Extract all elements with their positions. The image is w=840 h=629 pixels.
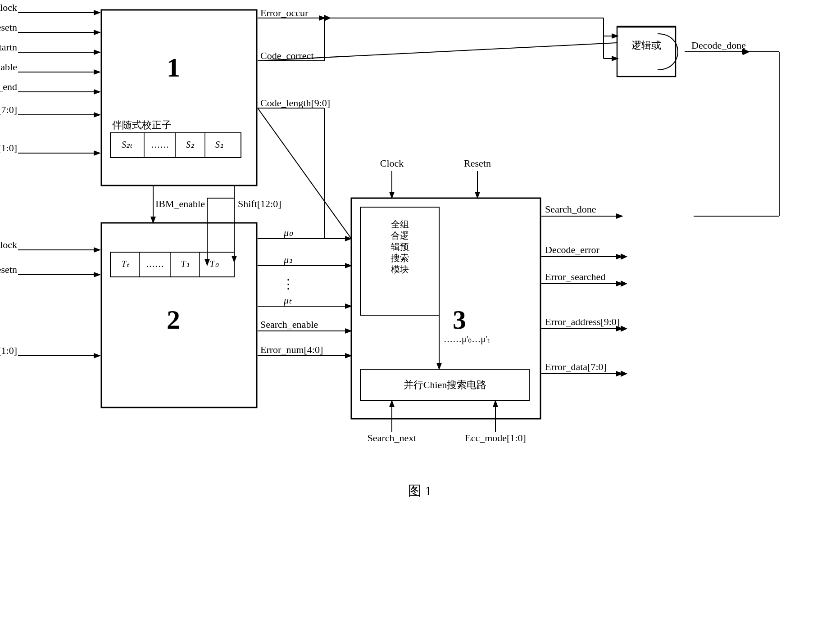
input-in-enable: In_enable	[0, 61, 17, 72]
output-error-address: Error_address[9:0]	[545, 316, 620, 327]
input-resetn2: Resetn	[0, 264, 17, 275]
block3-inner-line4: 搜索	[391, 253, 409, 263]
output-error-searched: Error_searched	[545, 271, 605, 282]
label-mu1: μ₁	[283, 254, 293, 265]
input-clock2: Clock	[0, 239, 17, 250]
output-error-occur: Error_occur	[260, 7, 309, 18]
label-mu-prime: ……μ'₀…μ'ₜ	[444, 334, 490, 344]
block3-inner-line5: 模块	[391, 264, 409, 274]
label-mu0: μ₀	[283, 227, 293, 238]
label-dots-mu: ⋮	[282, 277, 295, 291]
arrowhead-decode-error	[621, 253, 627, 260]
cell-s2: S₂	[186, 140, 195, 149]
svg-rect-0	[101, 10, 257, 186]
input-resetn1: Resetn	[0, 22, 17, 33]
label-search-enable: Search_enable	[260, 319, 318, 330]
arrowhead-error-occur	[324, 15, 331, 21]
output-code-correct: Code_correct	[260, 50, 314, 61]
block3-inner-line3: 辑预	[391, 242, 409, 252]
input-input-end: Input_end	[0, 81, 17, 92]
label-error-num: Error_num[4:0]	[260, 344, 323, 355]
input-clock1: Clock	[0, 2, 17, 13]
output-error-data: Error_data[7:0]	[545, 361, 607, 372]
cell-s2t: S₂ₜ	[122, 140, 133, 149]
output-search-done: Search_done	[545, 204, 596, 215]
cell-s1: S₁	[215, 140, 223, 149]
svg-rect-44	[617, 27, 676, 77]
figure-caption: 图 1	[408, 483, 432, 498]
input-restartn: Restartn	[0, 41, 17, 53]
arrowhead-error-searched	[621, 281, 627, 287]
cell-t0: T₀	[209, 259, 218, 269]
input-ecc-mode2: Ecc_mode[1:0]	[0, 345, 17, 356]
block3-chien-label: 并行Chien搜索电路	[404, 379, 487, 390]
block1-label: 1	[167, 53, 180, 82]
diagram-container: 1 伴随式校正子 S₂ₜ …… S₂ S₁ 2 Tₜ …… T₁ T₀ 3 全组…	[0, 0, 840, 629]
input-search-next: Search_next	[368, 432, 417, 443]
cell-dots2: ……	[146, 259, 164, 269]
block3-inner-line2: 合逻	[391, 231, 409, 240]
logic-or-text: 逻辑或	[631, 40, 661, 51]
input-clock3: Clock	[380, 158, 404, 169]
arrowhead-decode-done	[743, 49, 750, 55]
cell-dots1: ……	[151, 140, 169, 149]
arrowhead-error-data	[621, 371, 627, 377]
svg-line-24	[258, 108, 351, 239]
block2-label: 2	[167, 305, 180, 335]
output-decode-done: Decode_done	[691, 40, 746, 51]
arrowhead-error-address	[621, 326, 627, 332]
input-data-in: Data_in[7:0]	[0, 104, 17, 115]
output-code-length: Code_length[9:0]	[260, 97, 330, 109]
cell-t1: T₁	[181, 259, 189, 269]
input-ecc-mode1: Ecc_mode[1:0]	[0, 142, 17, 154]
label-mut: μₜ	[283, 294, 292, 306]
block3-label: 3	[453, 305, 466, 335]
label-ibm-enable: IBM_enable	[155, 198, 205, 209]
block1-sub-title: 伴随式校正子	[112, 119, 172, 131]
block3-inner-line1: 全组	[391, 219, 409, 229]
input-resetn3: Resetn	[464, 158, 491, 169]
cell-tt: Tₜ	[121, 259, 129, 269]
output-decode-error: Decode_error	[545, 244, 600, 255]
label-shift: Shift[12:0]	[238, 198, 282, 209]
input-ecc-mode3: Ecc_mode[1:0]	[465, 432, 526, 443]
